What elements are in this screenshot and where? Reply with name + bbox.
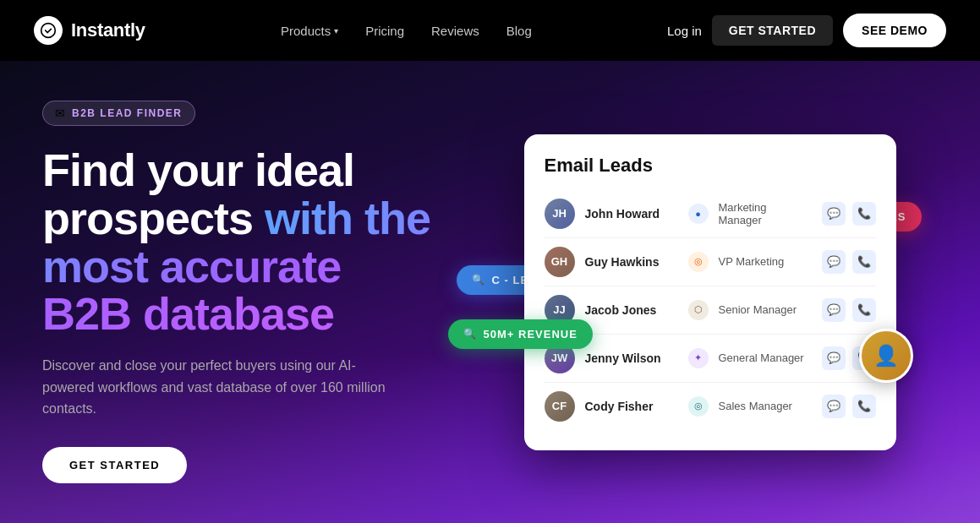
logo[interactable]: Instantly xyxy=(34,16,145,45)
lead-name: John Howard xyxy=(585,207,678,221)
phone-icon[interactable]: 📞 xyxy=(852,250,876,274)
hero-section: ✉ B2B LEAD FINDER Find your ideal prospe… xyxy=(0,61,980,523)
logo-icon xyxy=(34,16,63,45)
company-icon: ⬡ xyxy=(688,300,709,320)
person-avatar-bubble: 👤 xyxy=(859,329,913,383)
hero-description: Discover and close your perfect buyers u… xyxy=(42,355,397,420)
lead-actions: 💬 📞 xyxy=(822,298,876,322)
lead-row: JW Jenny Wilson ✦ General Manager 💬 📞 xyxy=(545,335,876,383)
nav-pricing[interactable]: Pricing xyxy=(365,24,404,38)
hero-left: ✉ B2B LEAD FINDER Find your ideal prospe… xyxy=(0,67,474,517)
svg-point-0 xyxy=(41,24,56,38)
lead-actions: 💬 📞 xyxy=(822,250,876,274)
b2b-lead-finder-badge: ✉ B2B LEAD FINDER xyxy=(42,101,195,126)
phone-icon[interactable]: 📞 xyxy=(852,298,876,322)
lead-actions: 💬 📞 xyxy=(822,202,876,226)
company-icon: ◎ xyxy=(688,252,709,272)
lead-job-title: Sales Manager xyxy=(719,400,812,412)
chat-icon[interactable]: 💬 xyxy=(822,346,846,370)
lead-row: CF Cody Fisher ◎ Sales Manager 💬 📞 xyxy=(545,383,876,430)
lead-row: GH Guy Hawkins ◎ VP Marketing 💬 📞 xyxy=(545,238,876,286)
navigation: Instantly Products ▾ Pricing Reviews Blo… xyxy=(0,0,980,61)
nav-reviews[interactable]: Reviews xyxy=(431,24,479,38)
hero-cta-button[interactable]: GET STARTED xyxy=(42,447,187,483)
nav-links: Products ▾ Pricing Reviews Blog xyxy=(281,24,532,38)
lead-name: Jenny Wilson xyxy=(585,351,678,365)
search-icon: 🔍 xyxy=(472,274,485,286)
lead-job-title: Senior Manager xyxy=(719,303,812,316)
avatar: GH xyxy=(545,247,575,277)
company-icon: ● xyxy=(688,204,709,224)
phone-icon[interactable]: 📞 xyxy=(852,395,876,418)
chat-icon[interactable]: 💬 xyxy=(822,395,846,418)
lead-job-title: Marketing Manager xyxy=(719,201,812,226)
avatar: JH xyxy=(545,199,575,229)
card-title: Email Leads xyxy=(545,155,876,177)
lead-name: Jacob Jones xyxy=(585,303,678,317)
lead-actions: 💬 📞 xyxy=(822,395,876,418)
lead-name: Guy Hawkins xyxy=(585,255,678,269)
avatar: CF xyxy=(545,391,575,422)
company-icon: ✦ xyxy=(688,348,709,368)
get-started-nav-button[interactable]: GET STARTED xyxy=(712,15,833,46)
email-leads-card: Email Leads JH John Howard ● Marketing M… xyxy=(524,134,896,450)
hero-title: Find your ideal prospects with the most … xyxy=(42,146,431,338)
lead-row: JJ Jacob Jones ⬡ Senior Manager 💬 📞 xyxy=(545,286,876,335)
lead-name: Cody Fisher xyxy=(585,400,678,413)
revenue-filter-badge[interactable]: 🔍 50M+ REVENUE xyxy=(448,319,593,349)
envelope-icon: ✉ xyxy=(55,106,65,120)
phone-icon[interactable]: 📞 xyxy=(852,202,876,226)
chat-icon[interactable]: 💬 xyxy=(822,298,846,322)
lead-row: JH John Howard ● Marketing Manager 💬 📞 xyxy=(545,190,876,238)
nav-products-dropdown[interactable]: Products ▾ xyxy=(281,24,338,38)
search-icon-revenue: 🔍 xyxy=(463,328,477,340)
lead-job-title: General Manager xyxy=(719,351,812,364)
company-icon: ◎ xyxy=(688,396,709,417)
nav-blog[interactable]: Blog xyxy=(506,24,532,38)
revenue-badge-label: 50M+ REVENUE xyxy=(484,328,578,340)
chat-icon[interactable]: 💬 xyxy=(822,202,846,226)
nav-actions: Log in GET STARTED SEE DEMO xyxy=(667,14,946,47)
lead-job-title: VP Marketing xyxy=(719,255,812,268)
chat-icon[interactable]: 💬 xyxy=(822,250,846,274)
logo-text: Instantly xyxy=(71,19,145,41)
login-button[interactable]: Log in xyxy=(667,24,702,38)
chevron-down-icon: ▾ xyxy=(334,26,338,35)
see-demo-button[interactable]: SEE DEMO xyxy=(843,14,946,47)
badge-label: B2B LEAD FINDER xyxy=(72,107,183,119)
hero-right: 🔍 C - LEVEL 🔍 SAAS Email Leads JH John H… xyxy=(474,134,980,450)
